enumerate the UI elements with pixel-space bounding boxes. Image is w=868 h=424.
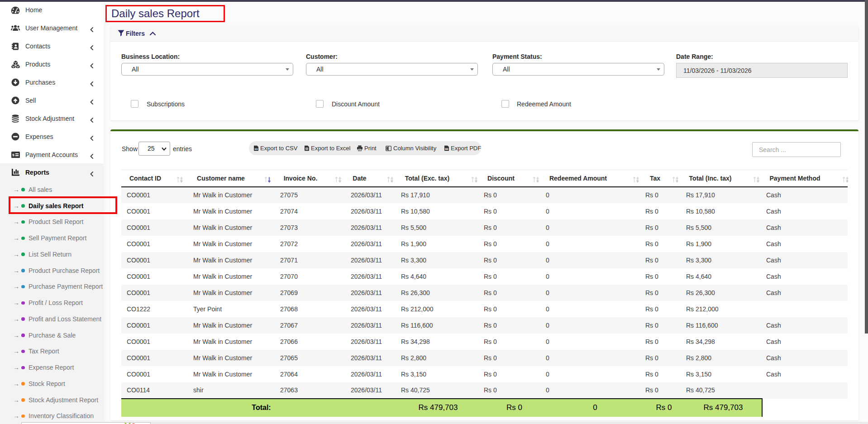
svg-text:PDF: PDF [445,148,448,150]
svg-text:$: $ [12,153,14,157]
svg-text:CSV: CSV [255,148,258,150]
